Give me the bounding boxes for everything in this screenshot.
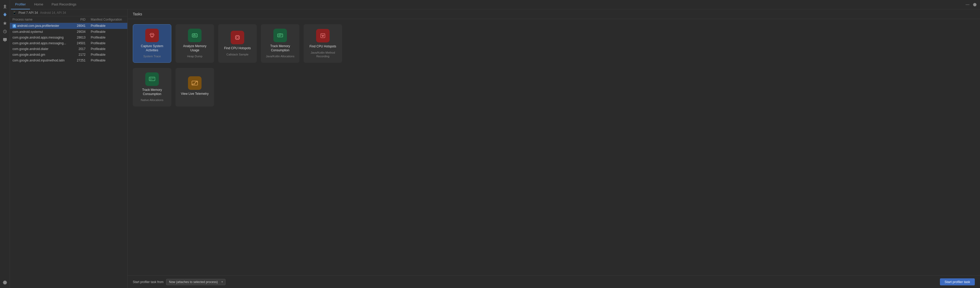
profiler-task-dropdown[interactable]: Now (attaches to selected process) [166, 279, 226, 285]
bottom-bar: Start profiler task from Now (attaches t… [127, 275, 980, 288]
sidebar-icon-settings[interactable] [2, 279, 8, 286]
memory-icon [191, 31, 199, 40]
process-manifest-cell: Profileable [88, 29, 127, 35]
svg-rect-50 [151, 78, 154, 78]
process-name-cell: com.google.android.dialer [10, 46, 73, 52]
table-row[interactable]: com.google.android.apps.messaging...2450… [10, 40, 127, 46]
task-cpu-subtitle: Callstack Sample [226, 53, 249, 56]
task-track-subtitle: Java/Kotlin Allocations [266, 54, 294, 58]
svg-rect-49 [150, 78, 151, 78]
task-cpu-title: Find CPU Hotspots [224, 46, 251, 51]
task-icon-track-mem [274, 29, 287, 42]
task-card-track-memory[interactable]: Track Memory Consumption Java/Kotlin All… [261, 24, 299, 63]
task-analyze-subtitle: Heap Dump [187, 54, 202, 58]
more-options-button[interactable] [964, 2, 970, 8]
svg-rect-41 [278, 35, 282, 35]
col-pid: PID [73, 16, 88, 23]
table-row[interactable]: com.google.android.apps.messaging28613Pr… [10, 35, 127, 40]
table-row[interactable]: com.google.android.dialer2017Profileable [10, 46, 127, 52]
task-cpu2-subtitle: Java/Kotlin Method Recording [307, 51, 339, 58]
table-row[interactable]: com.google.android.gm2172Profileable [10, 52, 127, 57]
sidebar-icon-android[interactable] [2, 11, 8, 18]
process-table: Process name PID Manifest Configuration … [10, 16, 127, 288]
content-area: 📱 Pixel 7 API 34 Android 14, API 34 Proc… [10, 10, 980, 288]
process-panel: 📱 Pixel 7 API 34 Android 14, API 34 Proc… [10, 10, 127, 288]
task-icon-native [145, 72, 159, 86]
svg-rect-1 [5, 5, 5, 8]
svg-rect-53 [150, 80, 151, 80]
svg-rect-51 [150, 79, 152, 80]
svg-point-15 [153, 34, 153, 35]
svg-rect-0 [3, 8, 6, 8]
start-profiler-button[interactable]: Start profiler task [940, 278, 975, 285]
svg-rect-26 [235, 36, 239, 39]
process-manifest-cell: Profileable [88, 57, 127, 63]
task-card-find-cpu-hotspots-2[interactable]: Find CPU Hotspots Java/Kotlin Method Rec… [304, 24, 342, 63]
task-capture-subtitle: System Trace [143, 54, 161, 58]
task-icon-memory [188, 29, 202, 42]
task-icon-cpu2 [316, 29, 329, 43]
process-name-cell: com.google.android.apps.messaging... [10, 40, 73, 46]
task-card-analyze-memory[interactable]: Analyze Memory Usage Heap Dump [175, 24, 214, 63]
table-row[interactable]: com.android.systemui29034Profileable [10, 29, 127, 35]
task-card-view-live-telemetry[interactable]: View Live Telemetry [175, 68, 214, 107]
process-manifest-cell: Profileable [88, 46, 127, 52]
task-icon-telemetry [188, 76, 202, 90]
tab-bar-actions [964, 2, 980, 8]
tasks-row-2: Track Memory Consumption Native Allocati… [133, 68, 975, 107]
task-card-find-cpu-hotspots[interactable]: Find CPU Hotspots Callstack Sample [218, 24, 257, 63]
col-manifest: Manifest Configuration [88, 16, 127, 23]
sidebar-icon-star[interactable] [2, 20, 8, 27]
tab-past-recordings[interactable]: Past Recordings [48, 0, 80, 10]
task-native-subtitle: Native Allocations [141, 98, 164, 102]
svg-rect-52 [152, 79, 153, 80]
sidebar-icon-clock[interactable] [2, 28, 8, 35]
table-row[interactable]: Aandroid.com.java.profilertester28041Pro… [10, 23, 127, 29]
device-name: Pixel 7 API 34 [19, 11, 38, 14]
telemetry-icon [191, 79, 199, 87]
svg-rect-42 [278, 35, 281, 36]
sidebar-icon-tool[interactable] [2, 3, 8, 10]
svg-point-6 [969, 4, 969, 5]
tab-bar: Profiler Home Past Recordings [10, 0, 980, 10]
task-card-capture-system-activities[interactable]: Capture System Activities System Trace [133, 24, 171, 63]
native-icon [148, 75, 156, 83]
task-card-track-memory-native[interactable]: Track Memory Consumption Native Allocati… [133, 68, 171, 107]
col-process-name: Process name [10, 16, 73, 23]
settings-button[interactable] [972, 2, 978, 8]
process-manifest-cell: Profileable [88, 35, 127, 40]
tab-home[interactable]: Home [30, 0, 48, 10]
svg-point-5 [967, 4, 968, 5]
tab-profiler[interactable]: Profiler [11, 0, 30, 10]
sidebar [0, 0, 10, 288]
task-analyze-title: Analyze Memory Usage [178, 44, 211, 53]
task-cpu2-title: Find CPU Hotspots [310, 45, 336, 49]
process-pid-cell: 29034 [73, 29, 88, 35]
process-pid-cell: 27251 [73, 57, 88, 63]
task-native-title: Track Memory Consumption [136, 88, 168, 96]
device-header: 📱 Pixel 7 API 34 Android 14, API 34 [10, 10, 127, 16]
svg-rect-17 [193, 35, 194, 36]
device-icon: 📱 [13, 11, 16, 14]
main-area: Profiler Home Past Recordings 📱 Pixel 7 … [10, 0, 980, 288]
device-os: Android 14, API 34 [40, 11, 66, 14]
task-telemetry-title: View Live Telemetry [181, 92, 208, 96]
tasks-header: Tasks [127, 10, 980, 19]
svg-rect-27 [236, 37, 239, 38]
dropdown-wrap: Now (attaches to selected process) ▼ [166, 279, 226, 285]
tasks-grid: Capture System Activities System Trace [127, 19, 980, 275]
process-name-cell: com.google.android.apps.messaging [10, 35, 73, 40]
process-pid-cell: 28041 [73, 23, 88, 29]
svg-rect-43 [278, 36, 280, 37]
svg-point-4 [966, 4, 967, 5]
sidebar-icon-monitor[interactable] [2, 37, 8, 43]
table-row[interactable]: com.google.android.inputmethod.latin2725… [10, 57, 127, 63]
circuit-icon [148, 31, 156, 40]
tasks-row-1: Capture System Activities System Trace [133, 24, 975, 63]
cpu-icon [233, 33, 242, 42]
process-pid-cell: 24501 [73, 40, 88, 46]
svg-point-14 [151, 34, 151, 35]
process-name-cell: com.google.android.gm [10, 52, 73, 57]
process-manifest-cell: Profileable [88, 23, 127, 29]
svg-rect-2 [3, 6, 6, 6]
